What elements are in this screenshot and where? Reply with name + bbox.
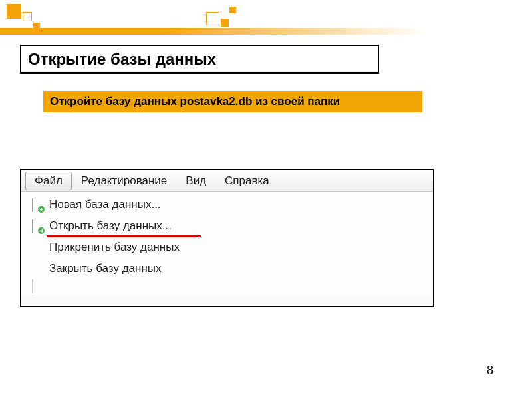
database-icon [28,280,47,292]
menu-new-database[interactable]: + Новая база данных... [21,194,433,215]
menu-attach-database[interactable]: Прикрепить базу данных [21,237,433,258]
menu-close-database[interactable]: Закрыть базу данных [21,258,433,279]
menu-bar: Файл Редактирование Вид Справка [21,170,433,192]
menu-view[interactable]: Вид [176,172,215,190]
section-title: Открытие базы данных [28,50,371,68]
page-number: 8 [487,364,493,378]
application-window-screenshot: Файл Редактирование Вид Справка + Новая … [20,169,434,307]
file-dropdown: + Новая база данных... ➜ Открыть базу да… [21,192,433,295]
menu-open-database[interactable]: ➜ Открыть базу данных... [21,215,433,237]
menu-edit[interactable]: Редактирование [72,172,177,190]
instruction-banner: Откройте базу данных postavka2.db из сво… [43,91,422,112]
menu-file[interactable]: Файл [25,172,72,190]
database-open-icon: ➜ [28,220,47,232]
database-new-icon: + [28,199,47,211]
menu-partial-item [21,279,433,293]
instruction-text: Откройте базу данных postavka2.db из сво… [50,95,340,108]
slide-decoration [0,0,532,35]
menu-help[interactable]: Справка [215,172,279,190]
section-title-box: Открытие базы данных [20,45,379,74]
